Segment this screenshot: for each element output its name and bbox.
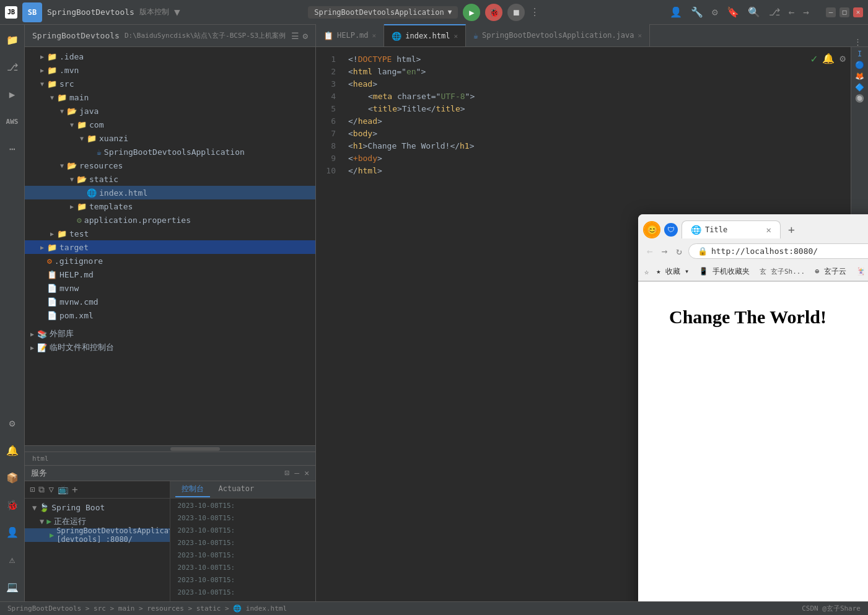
stop-button[interactable]: ⏹	[507, 4, 525, 21]
more-run-button[interactable]: ⋮	[530, 6, 540, 18]
tab-help-md[interactable]: 📋 HELP.md ✕	[316, 24, 384, 46]
notifications-icon[interactable]: 🔔	[2, 440, 22, 460]
new-tab-button[interactable]: +	[782, 219, 801, 240]
filter-icon[interactable]: ▽	[48, 484, 53, 494]
tree-com[interactable]: ▼ 📁 com	[25, 118, 315, 131]
ie-icon[interactable]: 🔘	[855, 94, 864, 103]
vcs-icon[interactable]: ⎇	[767, 4, 782, 20]
tab-index-html[interactable]: 🌐 index.html ✕	[384, 24, 466, 46]
debug-button[interactable]: 🐞	[485, 4, 502, 21]
run-icon[interactable]: ▶	[2, 84, 22, 104]
close-index-html[interactable]: ✕	[454, 32, 458, 40]
project-name[interactable]: SpringBootDevtools	[47, 7, 134, 17]
project-header-label[interactable]: SpringBootDevtools	[32, 31, 120, 40]
tab-app-java[interactable]: ☕ SpringBootDevtoolsApplication.java ✕	[466, 24, 650, 46]
vcs-button[interactable]: 版本控制	[139, 7, 169, 17]
tree-index-html[interactable]: ▶ 🌐 index.html	[25, 186, 315, 199]
run-button[interactable]: ▶	[463, 4, 480, 21]
project-view-icon[interactable]: 📁	[2, 30, 22, 50]
debug-icon2[interactable]: 🐞	[2, 495, 22, 515]
tree-gitignore[interactable]: ▶ ⚙ .gitignore	[25, 254, 315, 268]
warning-icon[interactable]: ⚠	[2, 549, 22, 569]
address-bar[interactable]: 🔒 http://localhost:8080/	[688, 243, 868, 259]
tree-target[interactable]: ▶ 📁 target	[25, 240, 315, 254]
bookmark-xuanzi-cloud[interactable]: ⊕ 玄子云	[812, 265, 848, 278]
more-tools-icon[interactable]: ⋯	[2, 139, 22, 159]
aws-icon[interactable]: AWS	[2, 111, 22, 131]
tree-mvn[interactable]: ▶ 📁 .mvn	[25, 63, 315, 77]
browser-tab-title[interactable]: 🌐 Title ✕	[682, 220, 781, 238]
firefox-icon[interactable]: 🦊	[855, 72, 864, 81]
service-header: 服务 ⊡ — ✕	[25, 466, 315, 481]
tree-mvnw[interactable]: ▶ 📄 mvnw	[25, 281, 315, 295]
browser-tab-close[interactable]: ✕	[766, 225, 771, 235]
project-settings-icon[interactable]: ⚙	[303, 31, 308, 41]
panel-close-icon[interactable]: ✕	[304, 468, 309, 478]
vcs-arrow[interactable]: ▼	[174, 6, 180, 18]
log-0: 2023-10-08T15:	[170, 500, 316, 512]
minimize-button[interactable]: —	[826, 7, 836, 17]
close-app-java[interactable]: ✕	[638, 32, 642, 40]
tree-xuanzi[interactable]: ▼ 📁 xuanzi	[25, 131, 315, 145]
search-icon[interactable]: 🔍	[746, 4, 762, 20]
tree-templates[interactable]: ▶ 📁 templates	[25, 199, 315, 213]
edge-icon[interactable]: 🔷	[855, 83, 864, 92]
plugins-icon[interactable]: ⚙	[710, 4, 720, 20]
forward-nav-button[interactable]: →	[659, 244, 670, 258]
tree-help-md[interactable]: ▶ 📋 HELP.md	[25, 268, 315, 281]
tree-mvnw-cmd[interactable]: ▶ 📄 mvnw.cmd	[25, 295, 315, 308]
expand-all-icon[interactable]: ⧉	[38, 484, 45, 495]
tools-icon[interactable]: 🔧	[689, 4, 705, 20]
back-icon[interactable]: ←	[787, 4, 797, 20]
tree-scratches[interactable]: ▶ 📝 临时文件和控制台	[25, 341, 315, 354]
minimize-icon[interactable]: —	[294, 468, 299, 478]
close-help-md[interactable]: ✕	[372, 32, 377, 40]
run-config-selector[interactable]: SpringBootDevtoolsApplication ▼	[308, 6, 458, 19]
close-button[interactable]: ✕	[853, 7, 863, 17]
chrome-icon[interactable]: 🔵	[855, 61, 864, 69]
browser-preview-icon[interactable]: I	[857, 50, 862, 58]
collapse-all-icon[interactable]: ☰	[291, 31, 299, 41]
commit-icon[interactable]: ⎇	[2, 57, 22, 77]
add-user-icon[interactable]: 👤	[668, 4, 684, 20]
tree-static[interactable]: ▼ 📂 static	[25, 172, 315, 186]
back-nav-button[interactable]: ←	[644, 244, 655, 258]
bookmark-collect[interactable]: ★ 收藏 ▾	[654, 265, 691, 278]
settings-gear[interactable]: ⚙	[840, 53, 846, 64]
tab-console[interactable]: 控制台	[175, 482, 210, 497]
git-icon[interactable]: 📦	[2, 468, 22, 487]
tree-scrollbar[interactable]	[25, 445, 315, 451]
expand-icon[interactable]: ⊡	[285, 468, 290, 478]
run-all-icon[interactable]: ⊡	[30, 484, 35, 494]
add-icon[interactable]: +	[72, 484, 78, 495]
java-icon: ☕	[97, 147, 102, 157]
tab-actuator[interactable]: Actuator	[213, 482, 261, 496]
settings-icon[interactable]: ⚙	[2, 413, 22, 433]
browser-chrome: 😊 🛡 🌐 Title ✕ +	[638, 214, 868, 282]
forward-icon[interactable]: →	[801, 4, 811, 20]
tree-resources[interactable]: ▼ 📂 resources	[25, 159, 315, 172]
bookmark-mobile[interactable]: 📱 手机收藏夹	[696, 265, 752, 278]
service-spring-boot-group[interactable]: ▼ 🍃 Spring Boot	[25, 501, 170, 515]
profile-icon[interactable]: 👤	[2, 522, 22, 542]
service-app-item[interactable]: ▶ SpringBootDevtoolsApplication [devtool…	[25, 528, 170, 542]
bookmark-icon[interactable]: 🔖	[725, 4, 741, 20]
tree-external-libs[interactable]: ▶ 📚 外部库	[25, 327, 315, 341]
tree-app-props[interactable]: ▶ ⚙ application.properties	[25, 213, 315, 227]
maximize-button[interactable]: □	[840, 7, 849, 17]
tree-idea[interactable]: ▶ 📁 .idea	[25, 50, 315, 63]
notification-icon[interactable]: 🔔	[822, 53, 835, 64]
tab-more-button[interactable]: ⋮	[848, 37, 868, 46]
tree-src[interactable]: ▼ 📁 src	[25, 77, 315, 90]
tree-test[interactable]: ▶ 📁 test	[25, 227, 315, 240]
tree-app-java[interactable]: ▶ ☕ SpringBootDevtoolsApplication	[25, 145, 315, 159]
layout-icon[interactable]: 📺	[58, 484, 68, 494]
tree-pom[interactable]: ▶ 📄 pom.xml	[25, 308, 315, 322]
tree-main[interactable]: ▼ 📁 main	[25, 90, 315, 104]
bookmark-xuanzi-sh[interactable]: 玄 玄子Sh...	[757, 266, 807, 277]
reload-button[interactable]: ↻	[673, 244, 685, 258]
terminal-icon[interactable]: 💻	[2, 577, 22, 596]
app-label: SpringBootDevtoolsApplication [devtools]…	[56, 526, 169, 544]
bookmark-magic[interactable]: 🃏 奇迹秀	[854, 265, 868, 278]
tree-java[interactable]: ▼ 📂 java	[25, 104, 315, 118]
